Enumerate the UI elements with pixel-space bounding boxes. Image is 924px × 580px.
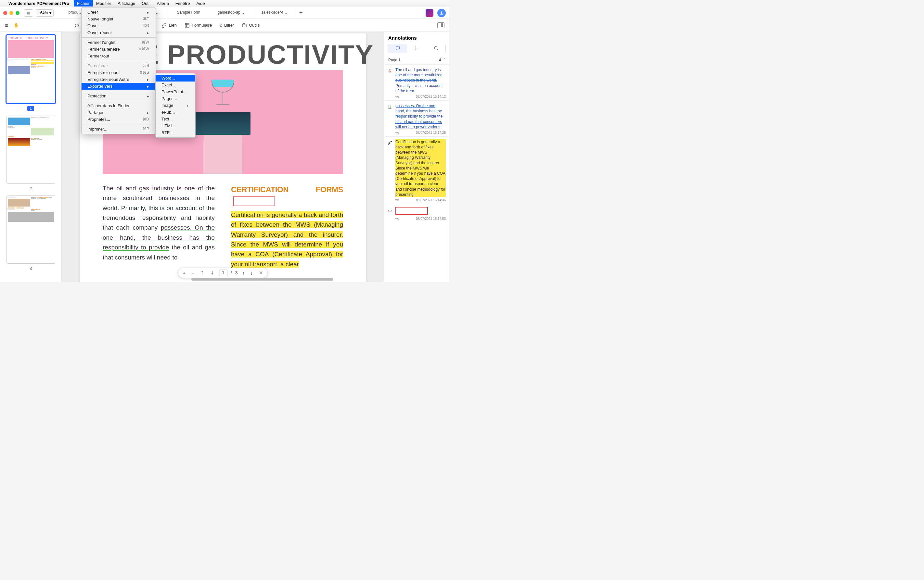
annotation-item[interactable]: U possesses. On the one hand, the busine… [384, 101, 449, 137]
submenu-item[interactable]: RTF... [156, 129, 195, 136]
menu-item[interactable]: Fermer la fenêtre⇧⌘W [82, 46, 156, 53]
annotations-panel: Annotations Page 1 4 ˄ S̶ The oil and ga… [384, 32, 449, 282]
svg-point-10 [415, 47, 415, 47]
chevron-up-icon: ˄ [443, 58, 445, 63]
mac-menubar: Wondershare PDFelement Pro Fichier Modif… [0, 0, 449, 7]
sidebar-toggle-button[interactable]: ▥ [24, 10, 33, 16]
fullscreen-window-button[interactable] [16, 11, 20, 15]
export-submenu-popup: Word...Excel...PowerPoint...Pages...Imag… [155, 73, 196, 138]
page-sep: / [231, 270, 232, 275]
menu-modifier[interactable]: Modifier [93, 0, 114, 7]
menu-item[interactable]: Nouvel onglet⌘T [82, 16, 156, 22]
submenu-item[interactable]: HTML... [156, 122, 195, 129]
redact-icon: ⎚ [219, 23, 222, 28]
menu-aide[interactable]: Aide [193, 0, 208, 7]
thumbnail-number: 1 [27, 106, 34, 111]
minimize-window-button[interactable] [10, 11, 13, 15]
horizontal-scrollbar[interactable] [65, 278, 381, 281]
menu-item[interactable]: Imprimer...⌘P [82, 126, 156, 132]
menu-item[interactable]: Partager [82, 109, 156, 116]
submenu-item[interactable]: Image [156, 102, 195, 109]
underline-icon: U [387, 104, 393, 110]
menu-item[interactable]: Afficher dans le Finder [82, 102, 156, 109]
tool-label: Outils [249, 23, 260, 28]
add-tab-button[interactable]: + [296, 8, 306, 18]
page-number-input[interactable] [219, 270, 228, 276]
doc-tab[interactable]: sales-order-t… [253, 8, 296, 18]
menu-fichier[interactable]: Fichier [74, 0, 93, 7]
highlight-annotation[interactable]: Certification is generally a back and fo… [231, 211, 343, 268]
submenu-item[interactable]: ePub... [156, 109, 195, 115]
first-page-button[interactable]: ⤒ [199, 269, 206, 276]
zoom-out-button[interactable]: − [190, 270, 196, 276]
hand-tool-icon[interactable]: ✋ [14, 23, 19, 28]
menu-item[interactable]: Ouvrir...⌘O [82, 22, 156, 29]
annotation-item[interactable]: S̶ The oil and gas industry is one of th… [384, 64, 449, 101]
grid-view-icon[interactable]: ▦ [5, 23, 8, 28]
menu-item[interactable]: Exporter vers [82, 83, 156, 90]
menu-affichage[interactable]: Affichage [114, 0, 139, 7]
doc-tab[interactable]: gamestop-ap… [209, 8, 253, 18]
close-window-button[interactable] [3, 11, 7, 15]
annotation-item[interactable]: 🖍 Certification is generally a back and … [384, 137, 449, 204]
page-thumbnail[interactable]: text text texttext text text text text t… [7, 115, 55, 184]
thumbnail-number: 3 [30, 266, 32, 271]
submenu-item[interactable]: Pages... [156, 95, 195, 102]
annotations-view-segment [388, 44, 446, 53]
submenu-item[interactable]: PowerPoint... [156, 88, 195, 95]
tool-lien[interactable]: Lien [162, 23, 177, 28]
annotation-text: The oil and gas industry is one of the m… [395, 67, 446, 94]
right-panel-toggle[interactable] [437, 22, 444, 28]
user-avatar[interactable] [437, 9, 446, 17]
menu-item[interactable]: Fermer l'onglet⌘W [82, 39, 156, 46]
link-icon [162, 23, 167, 28]
tool-formulaire[interactable]: Formulaire [185, 23, 212, 28]
menu-outil[interactable]: Outil [139, 0, 153, 7]
strikeout-annotation[interactable]: The oil and gas industry is one of the m… [103, 185, 215, 211]
zoom-value: 164% [38, 11, 48, 15]
submenu-item[interactable]: Text... [156, 115, 195, 122]
submenu-item[interactable]: Excel... [156, 81, 195, 88]
page-thumbnail[interactable]: text text text text texttext text text T… [7, 196, 55, 264]
window-titlebar: ▥ 164%▾ produ… Furniture billing-invoice… [0, 7, 449, 19]
menu-item[interactable]: Enregistrer sous Autre [82, 76, 156, 83]
annotations-page-header[interactable]: Page 1 4 ˄ [384, 56, 449, 64]
menu-item[interactable]: Fermer tout [82, 53, 156, 59]
zoom-in-button[interactable]: + [181, 270, 187, 276]
tool-biffer[interactable]: ⎚Biffer [219, 23, 234, 28]
close-navigator-button[interactable]: ✕ [257, 269, 264, 276]
menu-item[interactable]: Enregistrer sous...⇧⌘S [82, 69, 156, 76]
submenu-item[interactable]: Word... [156, 75, 195, 81]
toolbox-icon [242, 23, 247, 28]
page-thumbnail[interactable]: PROMOTE PRODUCTIVITY Lorem ipsum dolor s… [7, 35, 55, 103]
tool-outils[interactable]: Outils [242, 23, 260, 28]
annotation-ts: 08/07/2021 15:14:25 [416, 131, 446, 134]
prev-page-button[interactable]: ↑ [241, 270, 246, 276]
svg-point-11 [415, 48, 415, 48]
zoom-select[interactable]: 164%▾ [36, 10, 54, 16]
annotation-ts: 08/07/2021 15:14:53 [416, 217, 446, 221]
menu-item: Enregistrer⌘S [82, 63, 156, 69]
menu-item[interactable]: Créer [82, 9, 156, 16]
app-brand-chip[interactable] [426, 9, 433, 17]
annotation-text: Certification is generally a back and fo… [395, 139, 446, 197]
svg-point-12 [415, 49, 415, 49]
menu-aller-a[interactable]: Aller à [153, 0, 172, 7]
menu-item[interactable]: Propriétés...⌘D [82, 116, 156, 123]
annotation-item[interactable]: ▭ ws08/07/2021 15:14:53 [384, 204, 449, 222]
annotation-user: ws [395, 217, 399, 221]
annotations-view-list[interactable] [407, 44, 426, 53]
annotations-view-comments[interactable] [388, 44, 407, 53]
next-page-button[interactable]: ↓ [249, 270, 254, 276]
rectangle-annotation[interactable] [233, 196, 275, 206]
svg-line-14 [437, 49, 437, 50]
annotations-search[interactable] [426, 44, 446, 53]
last-page-button[interactable]: ⤓ [209, 269, 216, 276]
menu-item[interactable]: Ouvrir récent [82, 29, 156, 36]
thumbnail-panel[interactable]: PROMOTE PRODUCTIVITY Lorem ipsum dolor s… [0, 32, 62, 282]
svg-point-13 [434, 46, 437, 49]
menu-item[interactable]: Protection [82, 92, 156, 99]
doc-tab[interactable]: Sample Form [168, 8, 209, 18]
cert-heading: CERTIFICATION FORMS [231, 185, 343, 194]
menu-fenetre[interactable]: Fenêtre [172, 0, 193, 7]
